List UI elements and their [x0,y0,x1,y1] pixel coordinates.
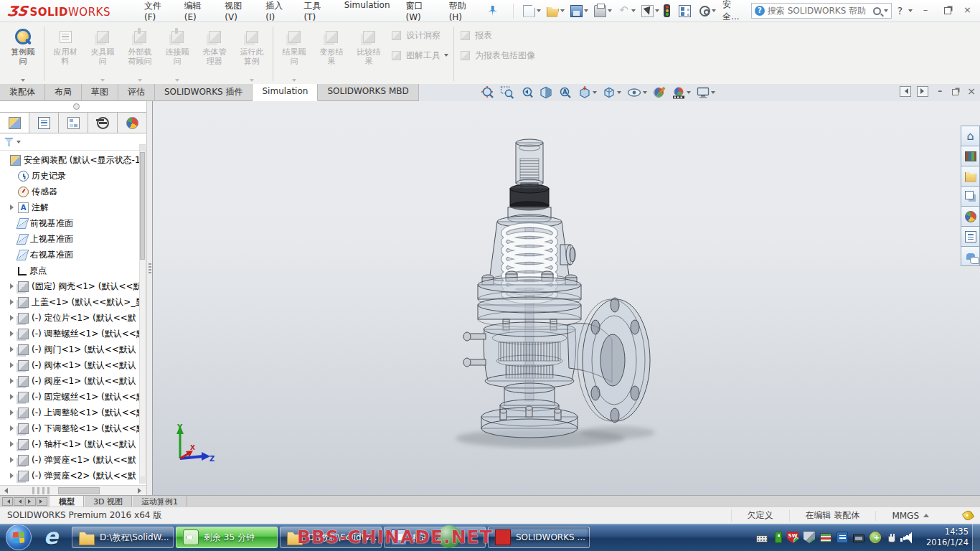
view-orientation-icon[interactable] [576,85,598,100]
taskbar-clock[interactable]: 14:35 2016/1/24 [926,527,969,548]
custom-properties-button[interactable] [961,226,980,246]
taskbar-button[interactable]: SOLIDWORKS ... [488,527,590,548]
prev-tab-icon[interactable] [14,497,24,506]
tree-item[interactable]: (-) 轴杆<1> (默认<<默认 [0,436,141,452]
panel-splitter[interactable] [146,101,152,495]
tree-item[interactable]: 注解 [0,199,141,215]
security-shield-icon[interactable] [804,532,815,543]
tree-item[interactable]: 上视基准面 [0,231,141,247]
scrollbar-thumb[interactable] [58,487,100,494]
zoom-to-area-icon[interactable] [499,85,516,100]
expand-arrow-icon[interactable] [10,425,17,431]
doc-minimize-icon[interactable]: – [934,86,946,96]
input-panel-icon[interactable] [837,532,848,543]
hide-show-items-icon[interactable] [625,85,649,100]
tree-item[interactable]: (-) 固定螺丝<1> (默认<<默 [0,389,141,405]
tree-item[interactable]: (-) 下调整轮<1> (默认<<默 [0,420,141,436]
command-tab[interactable]: 评估 [118,84,155,101]
keyboard-icon[interactable] [756,535,768,542]
tree-item[interactable]: 原点 [0,263,141,278]
ribbon-button[interactable]: 比较结果 [350,24,387,84]
command-tab[interactable]: SOLIDWORKS MBD [318,84,418,101]
search-dropdown[interactable] [884,9,888,12]
rebuild-button[interactable] [661,3,672,19]
next-tab-icon[interactable] [25,497,36,506]
command-tab[interactable]: SOLIDWORKS 插件 [155,84,253,101]
ribbon-button[interactable]: 壳体管理器 [196,24,233,84]
safety-plus-icon[interactable] [870,532,881,543]
tree-item[interactable]: (-) 阀座<1> (默认<<默认 [0,373,141,389]
tab-dimxpertmanager[interactable] [88,113,118,133]
expand-arrow-icon[interactable] [10,410,17,415]
ribbon-small-button[interactable]: 设计洞察 [390,28,448,42]
select-button[interactable] [639,4,661,19]
save-button[interactable] [568,4,590,19]
options-button[interactable] [697,4,718,18]
tree-item[interactable]: 上盖<1> (默认<<默认>_显 [0,294,141,310]
command-tab[interactable]: Simulation [253,84,318,101]
tree-item[interactable]: (-) 定位片<1> (默认<<默 [0,310,141,326]
tree-item[interactable]: (-) 阀体<1> (默认<<默认 [0,357,141,373]
tree-item[interactable]: (-) 弹簧座<1> (默认<<默 [0,452,141,468]
search-icon[interactable] [873,7,881,15]
help-dropdown[interactable] [908,9,913,12]
first-tab-icon[interactable] [2,497,13,506]
expand-arrow-icon[interactable] [10,362,17,368]
tree-item[interactable]: (-) 阀门<1> (默认<<默认 [0,342,141,357]
tab-configurationmanager[interactable] [59,113,88,133]
tree-item[interactable]: 前视基准面 [0,215,141,231]
menu-item[interactable]: 插入(I) [258,0,296,26]
expand-arrow-icon[interactable] [10,315,17,321]
tab-displaymanager[interactable] [118,113,147,133]
scroll-left-icon[interactable] [1,488,8,494]
restore-button[interactable] [938,4,955,18]
taskbar-button[interactable]: 剩余 35 分钟 [176,527,278,548]
command-tab[interactable]: 装配体 [0,84,45,101]
menu-item[interactable]: Simulation [336,0,398,26]
tab-featuremanager[interactable] [0,113,29,133]
expand-arrow-icon[interactable] [10,283,17,289]
previous-view-icon[interactable] [518,85,535,100]
start-button[interactable] [6,524,32,550]
ribbon-button[interactable]: 运行此算例 [233,24,270,84]
model-tab[interactable]: 运动算例1 [132,496,187,507]
menu-item[interactable]: 窗口(W) [398,0,441,26]
doc-close-icon[interactable]: × [967,85,976,97]
edit-appearance-icon[interactable] [651,85,668,100]
expand-arrow-icon[interactable] [10,299,17,305]
ribbon-button[interactable]: 应用材料 [47,24,84,84]
tree-item[interactable]: (-) 上调整轮<1> (默认<<默 [0,405,141,420]
forum-button[interactable] [961,246,980,266]
ribbon-button[interactable]: 算例顾问 [4,24,42,84]
internet-explorer-icon[interactable]: e [40,527,62,548]
appearances-button[interactable] [961,206,980,226]
tree-item[interactable]: 传感器 [0,184,141,199]
graphics-viewport[interactable]: Y Z X ⌂ [153,101,980,495]
ribbon-button[interactable]: 结果顾问 [275,24,313,84]
taskbar-button[interactable]: D:\教程\SolidW... [72,527,174,548]
command-tab[interactable]: 布局 [45,84,82,101]
doc-restore-icon[interactable] [951,87,961,96]
scroll-right-icon[interactable] [138,488,144,494]
new-file-button[interactable] [521,4,543,19]
display-icon[interactable] [853,534,864,542]
ribbon-small-button[interactable]: 图解工具 [390,48,448,62]
ribbon-button[interactable]: 夹具顾问 [84,24,121,84]
close-button[interactable]: × [959,4,976,18]
last-tab-icon[interactable] [37,497,47,506]
model-tab[interactable]: 模型 [50,496,84,507]
taskbar-button[interactable]: 精讲 “... [384,527,486,548]
home-button[interactable]: ⌂ [961,126,980,146]
taskbar-button[interactable]: D:\教程\SolidW... [280,527,382,548]
expand-arrow-icon[interactable] [10,204,17,210]
tree-item[interactable]: 历史记录 [0,168,141,184]
command-manager-button[interactable] [677,4,693,19]
power-plug-icon[interactable] [888,536,895,542]
expand-arrow-icon[interactable] [10,457,17,463]
expand-arrow-icon[interactable] [10,331,17,336]
usb-device-icon[interactable] [775,532,782,543]
menu-item[interactable]: 工具(T) [296,0,336,26]
apply-scene-icon[interactable] [670,85,692,100]
ribbon-small-button[interactable]: 报表 [459,28,543,42]
solidworks-rx-icon[interactable] [787,532,798,543]
